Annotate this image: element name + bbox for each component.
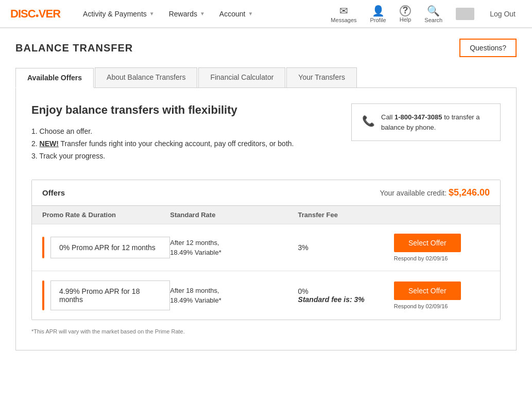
- standard-rate-1: After 12 months,18.49% Variable*: [170, 238, 298, 258]
- header-icons: ✉ Messages 👤 Profile ? Help 🔍 Search Log…: [327, 5, 522, 23]
- avatar-icon: [456, 8, 474, 20]
- orange-bar: [42, 237, 44, 258]
- logout-button[interactable]: Log Out: [484, 10, 522, 18]
- profile-icon: 👤: [372, 5, 385, 17]
- main-nav: Activity & Payments ▼ Rewards ▼ Account …: [76, 0, 327, 28]
- step-2: 2. NEW! Transfer funds right into your c…: [31, 139, 351, 148]
- credit-amount: $5,246.00: [449, 187, 490, 198]
- phone-icon: 📞: [362, 113, 375, 129]
- search-btn[interactable]: 🔍 Search: [420, 5, 447, 23]
- nav-activity-payments[interactable]: Activity & Payments ▼: [76, 0, 162, 28]
- nav-arrow: ▼: [200, 11, 205, 16]
- respond-by-2: Respond by 02/09/16: [394, 303, 490, 309]
- phone-number: 1-800-347-3085: [394, 113, 442, 121]
- step-1: 1. Choose an offer.: [31, 127, 351, 135]
- table-header: Promo Rate & Duration Standard Rate Tran…: [32, 206, 500, 224]
- hero-steps: 1. Choose an offer. 2. NEW! Transfer fun…: [31, 127, 351, 160]
- col-transfer-fee: Transfer Fee: [298, 211, 394, 219]
- tabs-container: Available Offers About Balance Transfers…: [15, 67, 517, 87]
- available-credit: Your available credit: $5,246.00: [380, 187, 490, 198]
- help-btn[interactable]: ? Help: [396, 5, 416, 23]
- offers-header: Offers Your available credit: $5,246.00: [32, 180, 500, 206]
- table-row: 0% Promo APR for 12 months After 12 mont…: [32, 224, 500, 271]
- call-box: 📞 Call 1-800-347-3085 to transfer a bala…: [351, 103, 501, 141]
- questions-button[interactable]: Questions?: [459, 39, 517, 57]
- disclaimer: *This APR will vary with the market base…: [31, 328, 501, 334]
- main-header: DISC●VER Activity & Payments ▼ Rewards ▼…: [0, 0, 532, 28]
- tab-about-balance-transfers[interactable]: About Balance Transfers: [95, 67, 197, 87]
- offer-name-cell-1: 0% Promo APR for 12 months: [42, 237, 170, 258]
- select-offer-button-2[interactable]: Select Offer: [394, 281, 461, 300]
- nav-rewards[interactable]: Rewards ▼: [162, 0, 212, 28]
- page-title: BALANCE TRANSFER: [15, 42, 133, 54]
- col-action: [394, 211, 490, 219]
- tab-available-offers[interactable]: Available Offers: [15, 68, 94, 88]
- tab-your-transfers[interactable]: Your Transfers: [286, 67, 357, 87]
- nav-arrow: ▼: [149, 11, 155, 16]
- table-row: 4.99% Promo APR for 18 months After 18 m…: [32, 271, 500, 320]
- col-promo: Promo Rate & Duration: [42, 211, 170, 219]
- select-action-1: Select Offer Respond by 02/09/16: [394, 234, 490, 261]
- hero-section: Enjoy balance transfers with flexibility…: [31, 103, 501, 164]
- offer-name-cell-2: 4.99% Promo APR for 18 months: [42, 280, 170, 310]
- offer-name-2: 4.99% Promo APR for 18 months: [50, 280, 170, 310]
- step-3: 3. Track your progress.: [31, 152, 351, 160]
- nav-arrow: ▼: [248, 11, 253, 16]
- offer-name-1: 0% Promo APR for 12 months: [50, 237, 170, 258]
- discover-logo: DISC●VER: [10, 7, 60, 21]
- main-content: BALANCE TRANSFER Questions? Available Of…: [0, 28, 532, 361]
- select-offer-button-1[interactable]: Select Offer: [394, 234, 461, 252]
- hero-title: Enjoy balance transfers with flexibility: [31, 103, 351, 117]
- select-action-2: Select Offer Respond by 02/09/16: [394, 281, 490, 309]
- profile-btn[interactable]: 👤 Profile: [366, 5, 390, 23]
- search-icon: 🔍: [427, 5, 440, 17]
- page-header: BALANCE TRANSFER Questions?: [15, 39, 517, 57]
- content-panel: Enjoy balance transfers with flexibility…: [15, 87, 517, 350]
- orange-bar: [42, 280, 44, 310]
- offers-label: Offers: [42, 188, 65, 197]
- offers-container: Offers Your available credit: $5,246.00 …: [31, 180, 501, 320]
- transfer-fee-1: 3%: [298, 243, 394, 252]
- messages-icon: ✉: [339, 5, 348, 17]
- col-standard-rate: Standard Rate: [170, 211, 298, 219]
- help-icon: ?: [400, 5, 411, 16]
- hero-left: Enjoy balance transfers with flexibility…: [31, 103, 351, 164]
- transfer-fee-2: 0% Standard fee is: 3%: [298, 287, 394, 304]
- standard-rate-2: After 18 months,18.49% Variable*: [170, 286, 298, 306]
- nav-account[interactable]: Account ▼: [212, 0, 261, 28]
- avatar-btn[interactable]: [452, 8, 478, 20]
- messages-btn[interactable]: ✉ Messages: [327, 5, 361, 23]
- new-badge: NEW!: [40, 139, 59, 148]
- respond-by-1: Respond by 02/09/16: [394, 255, 490, 261]
- tab-financial-calculator[interactable]: Financial Calculator: [198, 67, 285, 87]
